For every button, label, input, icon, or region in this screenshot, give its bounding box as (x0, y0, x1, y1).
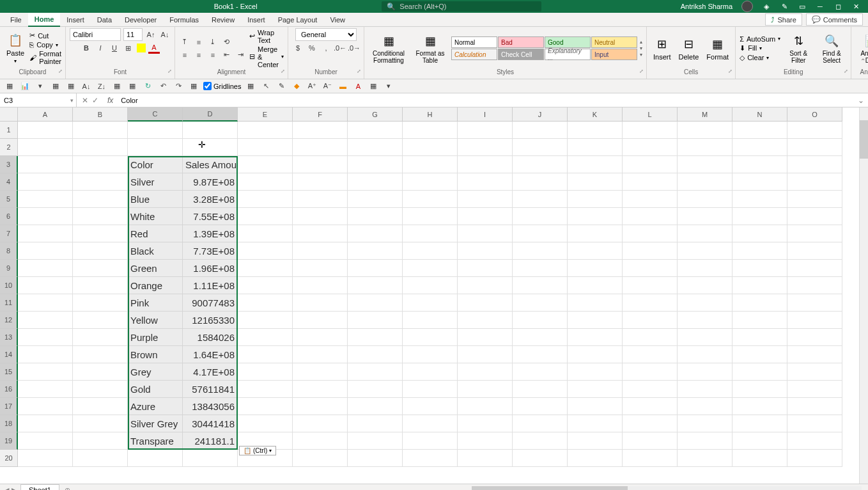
user-name[interactable]: Antriksh Sharma (681, 3, 732, 10)
cell-J5[interactable] (513, 191, 568, 208)
cell-G19[interactable] (348, 432, 403, 450)
cell-I10[interactable] (458, 277, 513, 294)
cell-B13[interactable] (73, 329, 128, 346)
cell-M18[interactable] (678, 415, 732, 432)
font-name-select[interactable] (70, 28, 121, 41)
cell-G10[interactable] (348, 277, 403, 294)
cell-G18[interactable] (348, 415, 403, 432)
align-middle-icon[interactable]: ≡ (193, 36, 205, 48)
cell-O8[interactable] (787, 242, 842, 260)
col-header-D[interactable]: D (183, 107, 238, 122)
comments-button[interactable]: 💬Comments (806, 13, 863, 26)
cell-D1[interactable] (183, 122, 238, 139)
cell-M4[interactable] (678, 173, 732, 191)
cell-C14[interactable]: Brown (128, 346, 183, 363)
cell-O7[interactable] (787, 225, 842, 242)
cell-K9[interactable] (568, 260, 623, 277)
cell-J13[interactable] (513, 329, 568, 346)
decrease-font-icon[interactable]: A↓ (159, 29, 171, 40)
cell-M11[interactable] (678, 294, 732, 312)
cell-E3[interactable] (238, 156, 293, 173)
cell-C13[interactable]: Purple (128, 329, 183, 346)
align-bottom-icon[interactable]: ⤓ (207, 36, 219, 48)
row-header-19[interactable]: 19 (0, 432, 18, 450)
tab-insert[interactable]: Insert (60, 13, 91, 26)
align-left-icon[interactable]: ≡ (179, 49, 190, 61)
cell-C18[interactable]: Silver Grey (128, 415, 183, 432)
maximize-icon[interactable]: ◻ (833, 2, 842, 11)
cell-A13[interactable] (18, 329, 73, 346)
cell-C20[interactable] (128, 450, 183, 467)
cell-F5[interactable] (293, 191, 348, 208)
cell-N8[interactable] (732, 242, 787, 260)
tab-developer[interactable]: Developer (118, 13, 163, 26)
cell-O12[interactable] (787, 312, 842, 329)
cell-K16[interactable] (568, 381, 623, 398)
cell-M15[interactable] (678, 363, 732, 381)
cell-G14[interactable] (348, 346, 403, 363)
cell-L8[interactable] (623, 242, 678, 260)
col-header-C[interactable]: C (128, 107, 183, 122)
cell-G12[interactable] (348, 312, 403, 329)
cell-L19[interactable] (623, 432, 678, 450)
qat-icon-1[interactable]: ▦ (4, 81, 15, 92)
cell-G4[interactable] (348, 173, 403, 191)
cell-C8[interactable]: Black (128, 242, 183, 260)
cell-J7[interactable] (513, 225, 568, 242)
cell-N13[interactable] (732, 329, 787, 346)
cell-D19[interactable]: 241181.1 (183, 432, 238, 450)
qat-icon-12[interactable]: ↷ (173, 81, 184, 92)
row-header-13[interactable]: 13 (0, 329, 18, 346)
sort-filter-button[interactable]: ⇅Sort & Filter (783, 32, 814, 65)
col-header-A[interactable]: A (18, 107, 73, 122)
cell-F10[interactable] (293, 277, 348, 294)
cell-M6[interactable] (678, 208, 732, 225)
cell-E17[interactable] (238, 398, 293, 415)
cell-M19[interactable] (678, 432, 732, 450)
cell-B14[interactable] (73, 346, 128, 363)
cell-K11[interactable] (568, 294, 623, 312)
expand-formula-icon[interactable]: ⌄ (854, 96, 868, 105)
cancel-formula-icon[interactable]: ✕ (82, 96, 88, 105)
cell-O16[interactable] (787, 381, 842, 398)
cell-K17[interactable] (568, 398, 623, 415)
cell-L3[interactable] (623, 156, 678, 173)
col-header-I[interactable]: I (458, 107, 513, 122)
cell-E13[interactable] (238, 329, 293, 346)
row-header-14[interactable]: 14 (0, 346, 18, 363)
cell-G2[interactable] (348, 139, 403, 156)
cell-K18[interactable] (568, 415, 623, 432)
cell-C10[interactable]: Orange (128, 277, 183, 294)
cell-B15[interactable] (73, 363, 128, 381)
style-input[interactable]: Input (591, 49, 637, 60)
row-header-12[interactable]: 12 (0, 312, 18, 329)
cell-H3[interactable] (403, 156, 458, 173)
cell-J12[interactable] (513, 312, 568, 329)
cell-J10[interactable] (513, 277, 568, 294)
fill-button[interactable]: ⬇Fill▾ (740, 44, 780, 52)
cell-N6[interactable] (732, 208, 787, 225)
cell-E8[interactable] (238, 242, 293, 260)
find-select-button[interactable]: 🔍Find & Select (816, 32, 847, 65)
cell-H2[interactable] (403, 139, 458, 156)
cell-M5[interactable] (678, 191, 732, 208)
cell-J18[interactable] (513, 415, 568, 432)
cell-M8[interactable] (678, 242, 732, 260)
qat-icon-16[interactable]: ✎ (275, 81, 287, 92)
cell-G11[interactable] (348, 294, 403, 312)
cell-D2[interactable] (183, 139, 238, 156)
cell-G9[interactable] (348, 260, 403, 277)
cell-I8[interactable] (458, 242, 513, 260)
cell-D11[interactable]: 90077483 (183, 294, 238, 312)
qat-icon-5[interactable]: ▦ (65, 81, 77, 92)
cell-G7[interactable] (348, 225, 403, 242)
cell-D3[interactable]: Sales Amount (183, 156, 238, 173)
cell-F12[interactable] (293, 312, 348, 329)
vertical-scrollbar[interactable] (859, 107, 868, 484)
cell-F19[interactable] (293, 432, 348, 450)
paste-options-tag[interactable]: 📋 (Ctrl) ▾ (239, 446, 276, 455)
style-neutral[interactable]: Neutral (591, 36, 637, 48)
cell-M10[interactable] (678, 277, 732, 294)
align-top-icon[interactable]: ⤒ (179, 36, 190, 48)
row-header-2[interactable]: 2 (0, 139, 18, 156)
